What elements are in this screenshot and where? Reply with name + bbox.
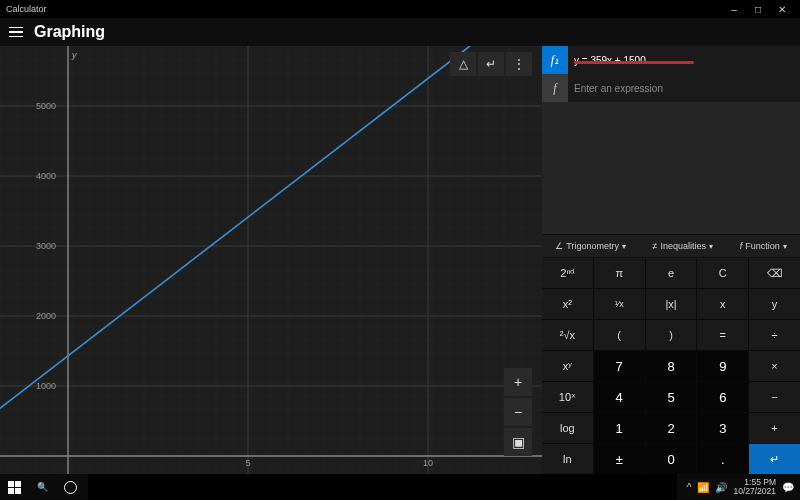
search-button[interactable]: 🔍: [28, 474, 56, 500]
key-ln[interactable]: ln: [542, 444, 593, 474]
y-tick: 1000: [36, 381, 56, 391]
graph-options-icon[interactable]: ⋮: [506, 52, 532, 76]
key-decimal[interactable]: .: [697, 444, 748, 474]
key-6[interactable]: 6: [697, 382, 748, 412]
taskbar-apps-area[interactable]: [88, 474, 677, 500]
key-y[interactable]: y: [749, 289, 800, 319]
key-7[interactable]: 7: [594, 351, 645, 381]
key-multiply[interactable]: ×: [749, 351, 800, 381]
notifications-icon[interactable]: 💬: [782, 482, 794, 493]
keypad-category-bar: ∠ Trigonometry ▾ ≠ Inequalities ▾ f Func…: [542, 234, 800, 258]
function-dropdown[interactable]: f Function ▾: [740, 241, 787, 251]
key-3[interactable]: 3: [697, 413, 748, 443]
plot-line-f1[interactable]: [0, 46, 470, 416]
key-clear[interactable]: C: [697, 258, 748, 288]
system-tray: ^ 📶 🔊 1:55 PM 10/27/2021 💬: [681, 478, 800, 496]
trace-icon[interactable]: △: [450, 52, 476, 76]
key-open-paren[interactable]: (: [594, 320, 645, 350]
x-tick: 5: [245, 458, 250, 468]
share-icon[interactable]: ↵: [478, 52, 504, 76]
app-header: Graphing: [0, 18, 800, 46]
key-sqrt[interactable]: ²√x: [542, 320, 593, 350]
key-abs[interactable]: |x|: [646, 289, 697, 319]
function-badge-2[interactable]: f: [542, 74, 568, 102]
mode-title: Graphing: [34, 23, 105, 41]
function-placeholder[interactable]: Enter an expression: [574, 83, 663, 94]
maximize-icon[interactable]: □: [746, 4, 770, 15]
key-close-paren[interactable]: ): [646, 320, 697, 350]
tray-chevron-icon[interactable]: ^: [687, 482, 692, 493]
clock[interactable]: 1:55 PM 10/27/2021: [733, 478, 776, 496]
taskbar: 🔍 ^ 📶 🔊 1:55 PM 10/27/2021 💬: [0, 474, 800, 500]
close-icon[interactable]: ✕: [770, 4, 794, 15]
windows-logo-icon: [8, 481, 21, 494]
minimize-icon[interactable]: –: [722, 4, 746, 15]
app-title: Calculator: [6, 4, 47, 14]
graph-svg: [0, 46, 542, 474]
key-divide[interactable]: ÷: [749, 320, 800, 350]
function-badge-1[interactable]: f₁: [542, 46, 568, 74]
graph-toolbar: △ ↵ ⋮: [450, 52, 532, 76]
menu-icon[interactable]: [6, 22, 26, 42]
key-e[interactable]: e: [646, 258, 697, 288]
key-0[interactable]: 0: [646, 444, 697, 474]
side-panel: f₁ y = 359x + 1500 f Enter an expression…: [542, 46, 800, 474]
clock-date: 10/27/2021: [733, 487, 776, 496]
zoom-fit-button[interactable]: ▣: [504, 428, 532, 456]
y-tick: 4000: [36, 171, 56, 181]
x-tick: 10: [423, 458, 433, 468]
key-equals[interactable]: =: [697, 320, 748, 350]
volume-icon[interactable]: 🔊: [715, 482, 727, 493]
zoom-out-button[interactable]: −: [504, 398, 532, 426]
wifi-icon[interactable]: 📶: [697, 482, 709, 493]
zoom-in-button[interactable]: +: [504, 368, 532, 396]
key-9[interactable]: 9: [697, 351, 748, 381]
key-minus[interactable]: −: [749, 382, 800, 412]
key-square[interactable]: x²: [542, 289, 593, 319]
y-tick: 2000: [36, 311, 56, 321]
main-area: y 1000 2000 3000 4000 5000 5 10 △ ↵ ⋮ + …: [0, 46, 800, 474]
key-negate[interactable]: ±: [594, 444, 645, 474]
graph-canvas[interactable]: y 1000 2000 3000 4000 5000 5 10 △ ↵ ⋮ + …: [0, 46, 542, 474]
key-2[interactable]: 2: [646, 413, 697, 443]
key-1[interactable]: 1: [594, 413, 645, 443]
function-row-1[interactable]: f₁ y = 359x + 1500: [542, 46, 800, 74]
key-enter[interactable]: ↵: [749, 444, 800, 474]
window-titlebar: Calculator – □ ✕: [0, 0, 800, 18]
cortana-button[interactable]: [56, 474, 84, 500]
key-pi[interactable]: π: [594, 258, 645, 288]
key-ten-power[interactable]: 10ˣ: [542, 382, 593, 412]
function-row-2[interactable]: f Enter an expression: [542, 74, 800, 102]
start-button[interactable]: [0, 474, 28, 500]
key-plus[interactable]: +: [749, 413, 800, 443]
key-x[interactable]: x: [697, 289, 748, 319]
function-list-empty: [542, 102, 800, 234]
key-second[interactable]: 2ⁿᵈ: [542, 258, 593, 288]
inequalities-dropdown[interactable]: ≠ Inequalities ▾: [653, 241, 714, 251]
key-reciprocal[interactable]: ¹⁄x: [594, 289, 645, 319]
trigonometry-dropdown[interactable]: ∠ Trigonometry ▾: [555, 241, 626, 251]
cortana-icon: [64, 481, 77, 494]
key-8[interactable]: 8: [646, 351, 697, 381]
y-tick: 3000: [36, 241, 56, 251]
zoom-controls: + − ▣: [504, 368, 532, 456]
key-4[interactable]: 4: [594, 382, 645, 412]
y-tick: 5000: [36, 101, 56, 111]
keypad: 2ⁿᵈ π e C ⌫ x² ¹⁄x |x| x y ²√x ( ) = ÷ x…: [542, 258, 800, 474]
y-axis-label: y: [72, 50, 77, 60]
key-backspace[interactable]: ⌫: [749, 258, 800, 288]
annotation-underline: [574, 61, 694, 64]
search-icon: 🔍: [37, 482, 48, 492]
key-power[interactable]: xʸ: [542, 351, 593, 381]
key-5[interactable]: 5: [646, 382, 697, 412]
key-log[interactable]: log: [542, 413, 593, 443]
